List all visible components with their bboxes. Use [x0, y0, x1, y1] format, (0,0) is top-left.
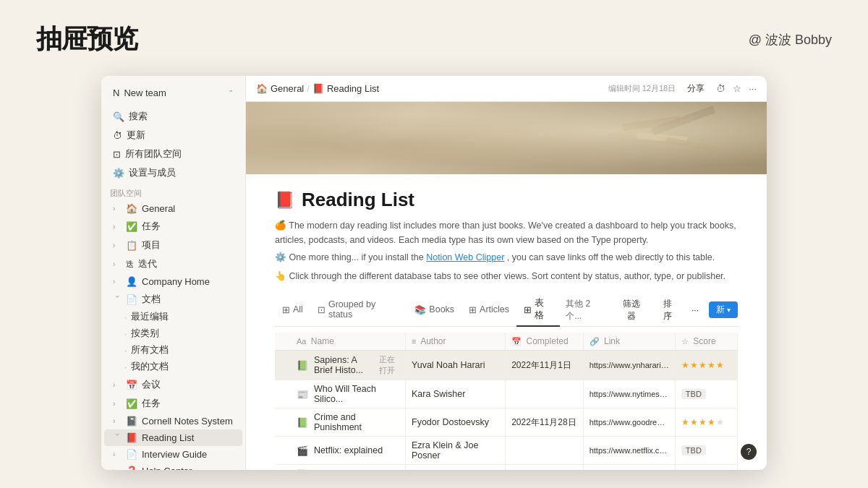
- table-row[interactable]: 📰Who Will Teach Silico...Kara Swisherhtt…: [275, 380, 738, 408]
- sidebar-item-docs[interactable]: › 📄 文档: [104, 290, 242, 309]
- cell-score: ★★★★★: [675, 465, 737, 471]
- tab-table[interactable]: ⊞ 表格: [516, 294, 560, 327]
- new-button[interactable]: 新 ▾: [709, 301, 738, 318]
- sidebar-item-settings[interactable]: ⚙️ 设置与成员: [104, 163, 242, 182]
- table-row[interactable]: 📗Sapiens: A Brief Histo...正在打开Yuval Noah…: [275, 351, 738, 380]
- more-options-icon[interactable]: ···: [749, 83, 757, 94]
- breadcrumb-home[interactable]: General: [271, 83, 304, 94]
- bullet-icon: ·: [124, 329, 127, 339]
- sidebar-item-company-home[interactable]: › 👤 Company Home: [104, 273, 242, 290]
- sidebar-item-by-category[interactable]: · 按类别: [104, 325, 242, 342]
- tab-table-label: 表格: [535, 297, 553, 322]
- meeting-label: 会议: [142, 378, 161, 391]
- sidebar-item-reading-list[interactable]: › 📕 Reading List: [104, 429, 242, 446]
- col-link-icon: 🔗: [590, 337, 600, 346]
- star-filled: ★: [707, 360, 715, 370]
- sidebar-item-all-docs[interactable]: · 所有文档: [104, 342, 242, 359]
- tasks2-icon: ✅: [126, 398, 137, 409]
- tab-more[interactable]: 其他 2 个...: [560, 294, 613, 326]
- more-button[interactable]: ···: [686, 303, 705, 317]
- sort-button[interactable]: 排序: [654, 296, 681, 325]
- col-score[interactable]: ☆ Score: [675, 333, 737, 351]
- workspace-chevron-icon: ⌃: [228, 89, 234, 97]
- company-icon: 👤: [126, 276, 137, 287]
- cell-link[interactable]: https://www.penguin.co.uk/bo: [583, 465, 675, 471]
- sidebar-item-all-spaces[interactable]: ⊡ 所有团队空间: [104, 145, 242, 163]
- all-docs-label: 所有文档: [131, 344, 169, 356]
- row-icon: 📰: [297, 389, 308, 400]
- breadcrumb-current[interactable]: Reading List: [327, 83, 379, 94]
- cell-link[interactable]: https://www.nytimes.com/201: [583, 380, 675, 408]
- cornell-icon: 📓: [126, 416, 137, 427]
- new-label: 新: [716, 304, 725, 316]
- col-completed[interactable]: 📅 Completed: [506, 333, 583, 351]
- col-link[interactable]: 🔗 Link: [583, 333, 675, 351]
- sidebar-item-projects[interactable]: › 📋 项目: [104, 236, 242, 254]
- tab-all[interactable]: ⊞ All: [275, 301, 310, 320]
- docs-label: 文档: [142, 293, 161, 306]
- reading-list-icon: 📕: [126, 432, 137, 443]
- row-name: Crime and Punishment: [314, 412, 399, 432]
- sidebar-item-help-center[interactable]: › ❓ Help Center: [104, 463, 242, 470]
- star-filled: ★: [699, 360, 707, 370]
- tab-articles[interactable]: ⊞ Articles: [461, 301, 516, 320]
- history-icon[interactable]: ⏱: [716, 83, 726, 94]
- sidebar-item-my-docs[interactable]: · 我的文档: [104, 359, 242, 375]
- sidebar-item-iterations[interactable]: › 迭 迭代: [104, 254, 242, 273]
- sidebar-item-interview[interactable]: › 📄 Interview Guide: [104, 446, 242, 463]
- cell-name[interactable]: 📰Who Will Teach Silico...: [275, 380, 406, 408]
- table-row[interactable]: 🎬Netflix: explainedEzra Klein & Joe Posn…: [275, 437, 738, 465]
- sidebar-item-cornell[interactable]: › 📓 Cornell Notes System: [104, 413, 242, 429]
- cell-name[interactable]: 📗Sapiens: A Brief Histo...正在打开: [275, 351, 406, 380]
- table-row[interactable]: 📗Brave New WorldAldous Huxley2022年11月1日h…: [275, 465, 738, 471]
- sidebar-item-search[interactable]: 🔍 搜索: [104, 107, 242, 126]
- sidebar-item-tasks[interactable]: › ✅ 任务: [104, 217, 242, 236]
- cell-name[interactable]: 📗Crime and Punishment: [275, 408, 406, 437]
- cell-link[interactable]: https://www.netflix.com/ca/titl: [583, 437, 675, 465]
- general-label: General: [142, 203, 175, 214]
- tab-articles-label: Articles: [480, 304, 509, 314]
- help-button[interactable]: ?: [741, 444, 757, 460]
- star-filled: ★: [681, 470, 689, 471]
- cell-name[interactable]: 🎬Netflix: explained: [275, 437, 406, 465]
- cell-link[interactable]: https://www.ynharari.com/boo: [583, 351, 675, 380]
- sidebar-item-updates[interactable]: ⏱ 更新: [104, 126, 242, 145]
- share-button[interactable]: 分享: [683, 81, 709, 96]
- workspace-selector[interactable]: N New team ⌃: [104, 83, 242, 103]
- desc2-prefix: ⚙️ One more thing... if you install the: [275, 252, 426, 262]
- table-row[interactable]: 📗Crime and PunishmentFyodor Dostoevsky20…: [275, 408, 738, 437]
- topbar: 🏠 General / 📕 Reading List 编辑时间 12月18日 分…: [246, 76, 767, 102]
- sidebar-item-meetings[interactable]: › 📅 会议: [104, 375, 242, 394]
- cell-name[interactable]: 📗Brave New World: [275, 465, 406, 471]
- col-completed-icon: 📅: [511, 337, 522, 346]
- tab-grouped[interactable]: ⊡ Grouped by status: [310, 296, 407, 325]
- cornell-label: Cornell Notes System: [142, 416, 233, 427]
- sidebar-item-recent[interactable]: · 最近编辑: [104, 309, 242, 325]
- cell-completed: 2022年11月1日: [506, 465, 583, 471]
- row-name: Sapiens: A Brief Histo...: [314, 355, 373, 375]
- star-filled: ★: [681, 417, 689, 427]
- cell-completed: [506, 437, 583, 465]
- col-name[interactable]: Aa Name: [275, 333, 406, 351]
- notion-web-clipper-link[interactable]: Notion Web Clipper: [426, 252, 504, 262]
- star-filled: ★: [707, 417, 715, 427]
- hero-image: [246, 102, 767, 174]
- chevron-icon: ›: [113, 417, 122, 425]
- cell-completed: [506, 380, 583, 408]
- star-icon[interactable]: ☆: [733, 83, 741, 94]
- tab-books[interactable]: 📚 Books: [407, 301, 461, 320]
- col-author[interactable]: ≡ Author: [406, 333, 506, 351]
- svg-rect-1: [622, 116, 681, 131]
- chevron-icon: ›: [113, 241, 122, 249]
- database-table: Aa Name ≡ Author 📅 Completed 🔗: [275, 333, 738, 470]
- svg-rect-0: [608, 121, 651, 138]
- cell-link[interactable]: https://www.goodreads.com/b: [583, 408, 675, 437]
- filter-button[interactable]: 筛选器: [613, 296, 650, 325]
- iterations-icon: 迭: [126, 259, 134, 270]
- breadcrumb-page-icon: 📕: [312, 83, 324, 94]
- sidebar-item-tasks2[interactable]: › ✅ 任务: [104, 394, 242, 413]
- sidebar-item-general[interactable]: › 🏠 General: [104, 200, 242, 217]
- spaces-label: 所有团队空间: [125, 147, 182, 160]
- tab-articles-icon: ⊞: [469, 304, 477, 315]
- star-filled: ★: [716, 360, 724, 370]
